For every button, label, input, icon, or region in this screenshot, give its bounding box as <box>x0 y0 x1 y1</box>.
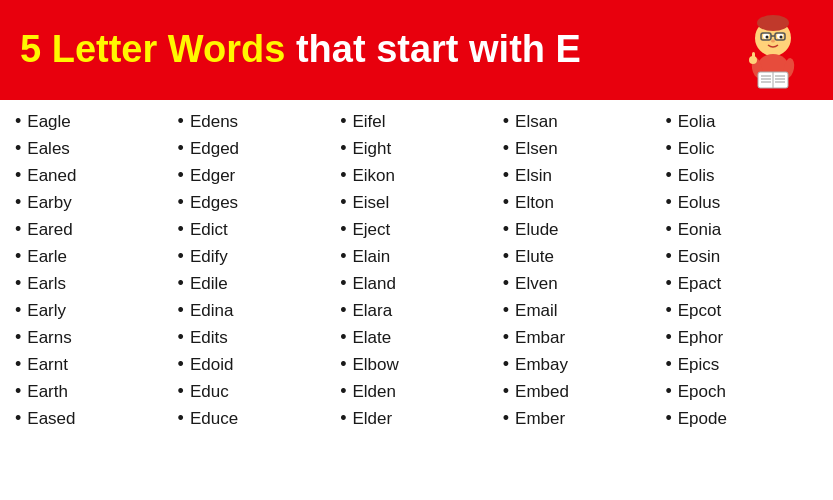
list-item: Embay <box>503 351 656 378</box>
list-item: Elton <box>503 189 656 216</box>
list-item: Early <box>15 297 168 324</box>
list-item: Edens <box>178 108 331 135</box>
list-item: Edges <box>178 189 331 216</box>
list-item: Eifel <box>340 108 493 135</box>
list-item: Eonia <box>665 216 818 243</box>
list-item: Eaned <box>15 162 168 189</box>
list-item: Epcot <box>665 297 818 324</box>
title-regular-part: that start with E <box>285 28 581 70</box>
list-item: Eosin <box>665 243 818 270</box>
list-item: Edged <box>178 135 331 162</box>
list-item: Elude <box>503 216 656 243</box>
list-item: Edict <box>178 216 331 243</box>
list-item: Embed <box>503 378 656 405</box>
list-item: Educ <box>178 378 331 405</box>
list-item: Eolis <box>665 162 818 189</box>
list-item: Email <box>503 297 656 324</box>
svg-point-9 <box>771 40 775 43</box>
list-item: Edify <box>178 243 331 270</box>
title-bold-part: 5 Letter Words <box>20 28 285 70</box>
list-item: Edits <box>178 324 331 351</box>
list-item: Elbow <box>340 351 493 378</box>
list-item: Eisel <box>340 189 493 216</box>
mascot-icon <box>733 10 813 90</box>
svg-rect-22 <box>752 52 755 62</box>
list-item: Ephor <box>665 324 818 351</box>
list-item: Eagle <box>15 108 168 135</box>
list-item: Embar <box>503 324 656 351</box>
list-item: Epics <box>665 351 818 378</box>
list-item: Earns <box>15 324 168 351</box>
list-item: Eolia <box>665 108 818 135</box>
word-column-5: EoliaEolicEolisEolusEoniaEosinEpactEpcot… <box>660 108 823 432</box>
list-item: Earth <box>15 378 168 405</box>
list-item: Elain <box>340 243 493 270</box>
list-item: Elute <box>503 243 656 270</box>
list-item: Epoch <box>665 378 818 405</box>
list-item: Epact <box>665 270 818 297</box>
list-item: Eikon <box>340 162 493 189</box>
list-item: Elsin <box>503 162 656 189</box>
list-item: Elara <box>340 297 493 324</box>
list-item: Ember <box>503 405 656 432</box>
list-item: Elate <box>340 324 493 351</box>
list-item: Elden <box>340 378 493 405</box>
list-item: Educe <box>178 405 331 432</box>
list-item: Edger <box>178 162 331 189</box>
svg-point-4 <box>766 36 769 39</box>
word-column-1: EagleEalesEanedEarbyEaredEarleEarlsEarly… <box>10 108 173 432</box>
list-item: Elven <box>503 270 656 297</box>
list-item: Eared <box>15 216 168 243</box>
list-item: Eland <box>340 270 493 297</box>
word-column-2: EdensEdgedEdgerEdgesEdictEdifyEdileEdina… <box>173 108 336 432</box>
word-column-4: ElsanElsenElsinEltonEludeEluteElvenEmail… <box>498 108 661 432</box>
list-item: Edoid <box>178 351 331 378</box>
list-item: Earnt <box>15 351 168 378</box>
list-item: Epode <box>665 405 818 432</box>
header: 5 Letter Words that start with E <box>0 0 833 100</box>
list-item: Eased <box>15 405 168 432</box>
svg-point-1 <box>757 15 789 31</box>
list-item: Eject <box>340 216 493 243</box>
list-item: Eight <box>340 135 493 162</box>
list-item: Edina <box>178 297 331 324</box>
list-item: Earle <box>15 243 168 270</box>
word-column-3: EifelEightEikonEiselEjectElainElandElara… <box>335 108 498 432</box>
list-item: Eolus <box>665 189 818 216</box>
svg-point-5 <box>780 36 783 39</box>
header-title: 5 Letter Words that start with E <box>20 29 581 71</box>
page-wrapper: 5 Letter Words that start with E <box>0 0 833 440</box>
list-item: Elsan <box>503 108 656 135</box>
list-item: Earby <box>15 189 168 216</box>
words-content: EagleEalesEanedEarbyEaredEarleEarlsEarly… <box>0 100 833 440</box>
list-item: Elder <box>340 405 493 432</box>
list-item: Edile <box>178 270 331 297</box>
list-item: Eales <box>15 135 168 162</box>
list-item: Elsen <box>503 135 656 162</box>
list-item: Earls <box>15 270 168 297</box>
list-item: Eolic <box>665 135 818 162</box>
